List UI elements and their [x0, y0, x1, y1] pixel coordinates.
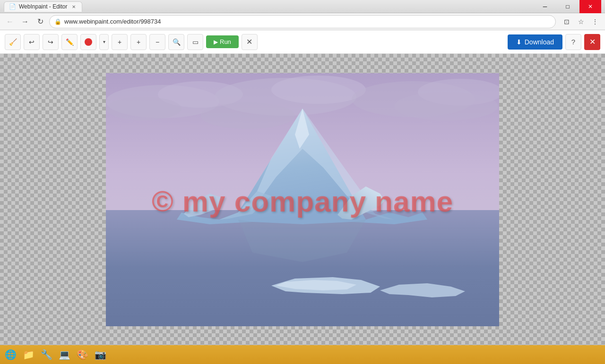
pen-icon: ✏️	[66, 38, 74, 46]
taskbar-item-3[interactable]: 🔧	[38, 347, 55, 363]
menu-button[interactable]: ⋮	[589, 16, 601, 28]
maximize-button[interactable]: □	[557, 0, 579, 13]
close-window-button[interactable]: ✕	[579, 0, 601, 13]
tab-favicon: 📄	[9, 3, 16, 10]
taskbar: 🌐 📁 🔧 💻 🎨 📷	[0, 345, 605, 364]
minimize-button[interactable]: ─	[534, 0, 556, 13]
color-dropdown-button[interactable]: ▾	[99, 34, 109, 50]
url-bar[interactable]: 🔒 www.webinpaint.com/editor/998734	[49, 15, 556, 28]
minimize-icon: ─	[543, 3, 547, 10]
window-controls: ─ □ ✕	[534, 0, 601, 13]
taskbar-item-6[interactable]: 📷	[92, 347, 109, 363]
play-icon: ▶	[214, 39, 218, 45]
taskbar-item-2[interactable]: 📁	[20, 347, 37, 363]
taskbar-icon-1: 🌐	[5, 349, 17, 360]
back-button[interactable]: ←	[4, 16, 16, 28]
zoom-in-small-icon: +	[118, 38, 121, 46]
editor-toolbar: 🧹 ↩ ↪ ✏️ ▾ + + − 🔍 ▭ ▶ Run	[0, 30, 605, 54]
zoom-in-button[interactable]: +	[130, 34, 147, 50]
red-close-button[interactable]: ✕	[584, 34, 600, 50]
svg-point-9	[200, 102, 295, 129]
help-button[interactable]: ?	[565, 34, 581, 50]
taskbar-icon-6: 📷	[95, 349, 106, 360]
color-button[interactable]	[80, 34, 96, 50]
bookmark-button[interactable]: ☆	[575, 16, 587, 28]
maximize-icon: □	[566, 3, 569, 10]
cast-button[interactable]: ⊡	[561, 16, 573, 28]
rect-select-icon: ▭	[192, 38, 199, 46]
undo-icon: ↩	[29, 38, 35, 46]
eraser-button[interactable]: 🧹	[5, 34, 21, 50]
reload-button[interactable]: ↻	[34, 16, 46, 28]
zoom-search-button[interactable]: 🔍	[168, 34, 184, 50]
url-text: www.webinpaint.com/editor/998734	[64, 18, 551, 25]
tab-close-button[interactable]: ✕	[70, 3, 77, 10]
taskbar-icon-4: 💻	[59, 349, 70, 360]
forward-button[interactable]: →	[19, 16, 31, 28]
taskbar-icon-2: 📁	[23, 349, 35, 360]
image-canvas: © my company name	[106, 73, 499, 326]
tab-title: WebInpaint - Editor	[19, 3, 68, 10]
download-button[interactable]: ⬇ Download	[508, 34, 562, 50]
download-icon: ⬇	[516, 38, 522, 46]
title-bar: 📄 WebInpaint - Editor ✕ ─ □ ✕	[0, 0, 605, 13]
browser-tab[interactable]: 📄 WebInpaint - Editor ✕	[4, 1, 82, 12]
pen-button[interactable]: ✏️	[61, 34, 78, 50]
svg-point-3	[106, 97, 182, 120]
dropdown-arrow-icon: ▾	[103, 39, 105, 44]
zoom-out-button[interactable]: −	[149, 34, 165, 50]
close-tool-icon: ✕	[246, 37, 252, 46]
svg-point-8	[394, 92, 498, 120]
lock-icon: 🔒	[54, 18, 61, 25]
taskbar-icon-3: 🔧	[41, 349, 52, 360]
svg-point-5	[271, 76, 366, 104]
help-icon: ?	[571, 38, 575, 46]
zoom-search-icon: 🔍	[173, 38, 181, 46]
zoom-out-icon: −	[156, 38, 159, 46]
address-actions: ⊡ ☆ ⋮	[561, 16, 601, 28]
eraser-icon: 🧹	[9, 38, 17, 46]
taskbar-item-4[interactable]: 💻	[56, 347, 73, 363]
close-window-icon: ✕	[588, 3, 593, 10]
undo-button[interactable]: ↩	[24, 34, 40, 50]
zoom-in-small-button[interactable]: +	[112, 34, 128, 50]
redo-button[interactable]: ↪	[43, 34, 59, 50]
run-button[interactable]: ▶ Run	[206, 35, 239, 48]
address-bar: ← → ↻ 🔒 www.webinpaint.com/editor/998734…	[0, 13, 605, 30]
zoom-in-icon: +	[137, 38, 140, 46]
taskbar-item-1[interactable]: 🌐	[2, 347, 19, 363]
red-close-icon: ✕	[589, 37, 596, 46]
taskbar-icon-5: 🎨	[77, 349, 88, 360]
color-swatch	[85, 38, 92, 46]
download-label: Download	[525, 38, 554, 46]
watermark-text: © my company name	[152, 185, 453, 218]
run-label: Run	[220, 38, 231, 45]
redo-icon: ↪	[48, 38, 53, 46]
canvas-area[interactable]: © my company name	[0, 54, 605, 345]
iceberg-background: © my company name	[106, 73, 499, 326]
rect-select-button[interactable]: ▭	[187, 34, 203, 50]
taskbar-item-5[interactable]: 🎨	[74, 347, 91, 363]
close-tool-button[interactable]: ✕	[242, 34, 258, 50]
